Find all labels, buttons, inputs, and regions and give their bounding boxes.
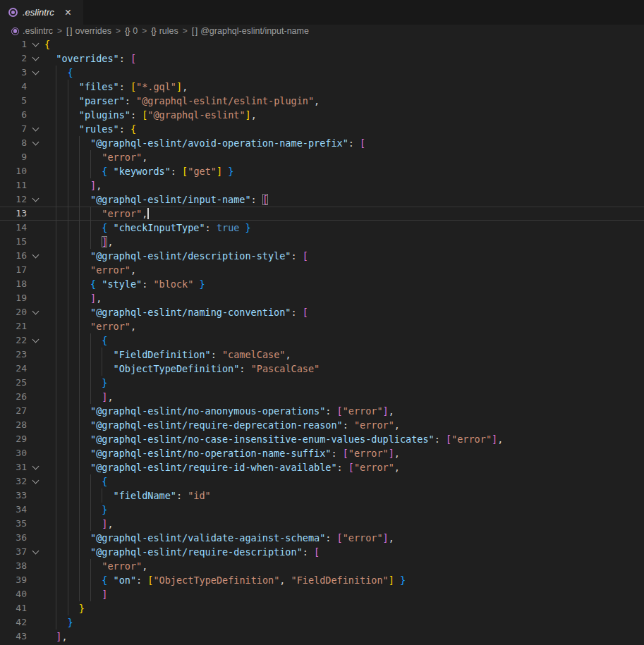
line-content[interactable]: "@graphql-eslint/require-id-when-availab… <box>44 460 644 474</box>
code-line[interactable]: 9 "error", <box>0 150 644 164</box>
code-line[interactable]: 25 } <box>0 376 644 390</box>
line-content[interactable]: ], <box>44 390 644 404</box>
line-content[interactable]: ], <box>44 235 644 249</box>
code-line[interactable]: 3 { <box>0 66 644 80</box>
code-line[interactable]: 8 "@graphql-eslint/avoid-operation-name-… <box>0 136 644 150</box>
line-content[interactable]: ] <box>44 587 644 601</box>
line-content[interactable]: "@graphql-eslint/no-case-insensitive-enu… <box>44 432 644 446</box>
line-content[interactable]: { "style": "block" } <box>44 277 644 291</box>
code-line[interactable]: 13 "error", <box>0 207 644 221</box>
code-line[interactable]: 15 ], <box>0 235 644 249</box>
code-line[interactable]: 19 ], <box>0 291 644 305</box>
code-line[interactable]: 2 "overrides": [ <box>0 51 644 66</box>
code-line[interactable]: 33 "fieldName": "id" <box>0 489 644 503</box>
line-content[interactable]: "@graphql-eslint/avoid-operation-name-pr… <box>44 136 644 150</box>
line-content[interactable]: { "on": ["ObjectTypeDefinition", "FieldD… <box>44 573 644 587</box>
line-content[interactable]: { "keywords": ["get"] } <box>44 164 644 178</box>
line-content[interactable]: "error", <box>44 559 644 573</box>
code-editor[interactable]: 1{2 "overrides": [3 {4 "files": ["*.gql"… <box>0 37 644 645</box>
line-content[interactable]: "fieldName": "id" <box>44 489 644 503</box>
line-content[interactable]: "error", <box>44 263 644 277</box>
line-content[interactable]: "@graphql-eslint/description-style": [ <box>44 249 644 263</box>
breadcrumb-item[interactable]: {}0 <box>125 26 138 36</box>
code-line[interactable]: 4 "files": ["*.gql"], <box>0 80 644 94</box>
code-line[interactable]: 42 } <box>0 615 644 629</box>
code-line[interactable]: 28 "@graphql-eslint/require-deprecation-… <box>0 418 644 432</box>
fold-chevron-icon[interactable] <box>27 192 44 207</box>
code-line[interactable]: 23 "FieldDefinition": "camelCase", <box>0 348 644 362</box>
breadcrumb-item[interactable]: .eslintrc <box>11 26 53 36</box>
fold-chevron-icon[interactable] <box>27 333 44 348</box>
code-line[interactable]: 37 "@graphql-eslint/require-description"… <box>0 545 644 559</box>
close-icon[interactable]: × <box>63 7 73 18</box>
line-content[interactable]: "rules": { <box>44 122 644 136</box>
code-line[interactable]: 12 "@graphql-eslint/input-name": [ <box>0 192 644 207</box>
code-line[interactable]: 24 "ObjectTypeDefinition": "PascalCase" <box>0 362 644 376</box>
line-content[interactable]: "@graphql-eslint/no-operation-name-suffi… <box>44 446 644 460</box>
fold-chevron-icon[interactable] <box>27 51 44 66</box>
line-content[interactable]: "FieldDefinition": "camelCase", <box>44 348 644 362</box>
line-content[interactable]: { <box>44 66 644 80</box>
code-line[interactable]: 36 "@graphql-eslint/validate-against-sch… <box>0 531 644 545</box>
line-content[interactable]: ], <box>44 517 644 531</box>
line-content[interactable]: "overrides": [ <box>44 51 644 66</box>
code-line[interactable]: 30 "@graphql-eslint/no-operation-name-su… <box>0 446 644 460</box>
code-line[interactable]: 35 ], <box>0 517 644 531</box>
code-line[interactable]: 14 { "checkInputType": true } <box>0 221 644 235</box>
line-content[interactable]: "ObjectTypeDefinition": "PascalCase" <box>44 362 644 376</box>
line-content[interactable]: "error", <box>44 150 644 164</box>
code-line[interactable]: 38 "error", <box>0 559 644 573</box>
code-line[interactable]: 7 "rules": { <box>0 122 644 136</box>
fold-chevron-icon[interactable] <box>27 249 44 263</box>
line-content[interactable]: { <box>44 333 644 348</box>
code-line[interactable]: 6 "plugins": ["@graphql-eslint"], <box>0 108 644 122</box>
code-line[interactable]: 34 } <box>0 503 644 517</box>
code-line[interactable]: 41 } <box>0 601 644 615</box>
code-line[interactable]: 16 "@graphql-eslint/description-style": … <box>0 249 644 263</box>
fold-chevron-icon[interactable] <box>27 305 44 319</box>
code-line[interactable]: 10 { "keywords": ["get"] } <box>0 164 644 178</box>
line-content[interactable]: { <box>44 474 644 489</box>
line-content[interactable]: "@graphql-eslint/no-anonymous-operations… <box>44 404 644 418</box>
code-line[interactable]: 18 { "style": "block" } <box>0 277 644 291</box>
code-line[interactable]: 27 "@graphql-eslint/no-anonymous-operati… <box>0 404 644 418</box>
line-content[interactable]: "parser": "@graphql-eslint/eslint-plugin… <box>44 94 644 108</box>
line-content[interactable]: "files": ["*.gql"], <box>44 80 644 94</box>
breadcrumb-item[interactable]: [ ]overrides <box>66 26 111 36</box>
code-line[interactable]: 31 "@graphql-eslint/require-id-when-avai… <box>0 460 644 474</box>
line-content[interactable]: ], <box>44 629 644 644</box>
tab-eslintrc[interactable]: .eslintrc × <box>0 0 83 25</box>
line-content[interactable]: } <box>44 376 644 390</box>
fold-chevron-icon[interactable] <box>27 66 44 80</box>
line-content[interactable]: "error", <box>44 207 644 221</box>
fold-chevron-icon[interactable] <box>27 460 44 474</box>
line-content[interactable]: "@graphql-eslint/naming-convention": [ <box>44 305 644 319</box>
code-line[interactable]: 32 { <box>0 474 644 489</box>
line-content[interactable]: { "checkInputType": true } <box>44 221 644 235</box>
code-line[interactable]: 11 ], <box>0 178 644 192</box>
line-content[interactable]: "plugins": ["@graphql-eslint"], <box>44 108 644 122</box>
line-content[interactable]: { <box>44 37 644 51</box>
code-line[interactable]: 22 { <box>0 333 644 348</box>
line-content[interactable]: ], <box>44 178 644 192</box>
breadcrumb-item[interactable]: {}rules <box>151 26 178 36</box>
code-line[interactable]: 17 "error", <box>0 263 644 277</box>
line-content[interactable]: } <box>44 601 644 615</box>
breadcrumb-item[interactable]: [ ]@graphql-eslint/input-name <box>192 26 309 36</box>
code-line[interactable]: 1{ <box>0 37 644 51</box>
line-content[interactable]: "error", <box>44 319 644 333</box>
line-content[interactable]: } <box>44 503 644 517</box>
line-content[interactable]: } <box>44 615 644 629</box>
code-line[interactable]: 20 "@graphql-eslint/naming-convention": … <box>0 305 644 319</box>
code-line[interactable]: 5 "parser": "@graphql-eslint/eslint-plug… <box>0 94 644 108</box>
line-content[interactable]: "@graphql-eslint/require-deprecation-rea… <box>44 418 644 432</box>
code-line[interactable]: 21 "error", <box>0 319 644 333</box>
fold-chevron-icon[interactable] <box>27 122 44 136</box>
fold-chevron-icon[interactable] <box>27 136 44 150</box>
line-content[interactable]: ], <box>44 291 644 305</box>
line-content[interactable]: "@graphql-eslint/require-description": [ <box>44 545 644 559</box>
line-content[interactable]: "@graphql-eslint/validate-against-schema… <box>44 531 644 545</box>
line-content[interactable]: "@graphql-eslint/input-name": [ <box>44 192 644 207</box>
fold-chevron-icon[interactable] <box>27 37 44 51</box>
fold-chevron-icon[interactable] <box>27 474 44 489</box>
